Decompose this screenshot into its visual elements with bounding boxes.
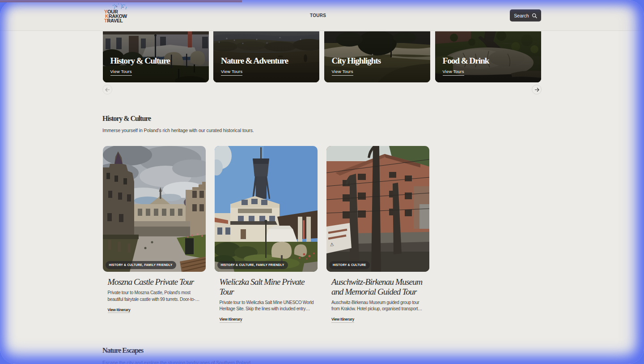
svg-text:⚠: ⚠ xyxy=(330,242,334,247)
